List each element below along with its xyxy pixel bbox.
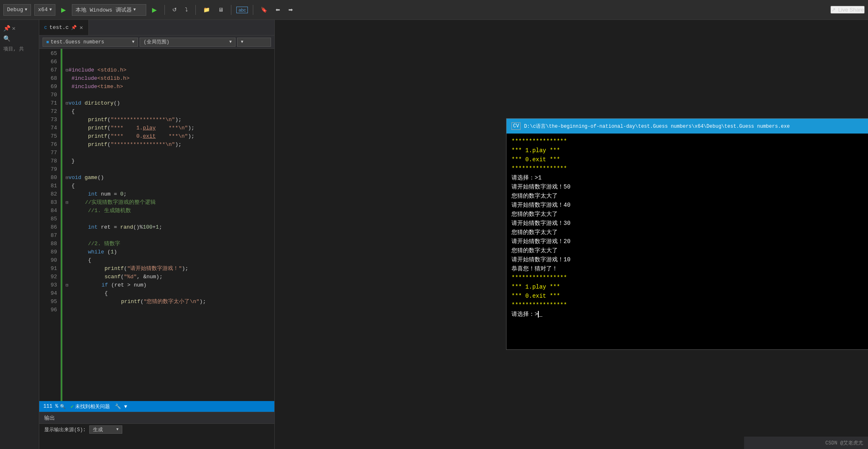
folder-btn[interactable]: 📁 [201,5,212,14]
pin-button[interactable]: 📌 [3,25,10,32]
step-over-btn[interactable]: ↺ [170,5,179,14]
fold-80[interactable]: ⊟ [66,174,69,182]
file-tab-test-c[interactable]: C test.c 📌 ✕ [39,20,89,35]
code-line-70 [66,91,274,99]
code-content[interactable]: ⊟ #include <stdio.h> #include <stdlib.h> [61,49,274,401]
include-keyword-69: #include [71,83,97,91]
void-kw-71: void [69,99,81,107]
unpin-button[interactable]: ✕ [12,25,15,32]
ln-95: 95 [39,298,57,306]
next-bookmark-btn[interactable]: ➡ [286,5,295,14]
code-line-96 [66,306,274,314]
output-chevron: ▼ [116,428,118,432]
console-window[interactable]: CV D:\c语言\the-beginning-of-national-day\… [506,118,868,350]
fold-71[interactable]: ⊟ [66,99,69,107]
scope-label: (全局范围) [143,38,169,45]
arch-dropdown[interactable]: x64 ▼ [34,4,55,16]
console-line-15: 恭喜您！猜对了！ [511,264,868,273]
scope-chevron: ▼ [229,40,232,44]
code-line-85 [66,215,274,223]
num-82: 0 [120,190,124,198]
paren-95: ( [140,298,144,306]
live-share-button[interactable]: ↗ Live Share [830,6,865,14]
ln-78: 78 [39,157,57,165]
output-source-dropdown[interactable]: 生成 ▼ [89,425,122,434]
ln-82: 82 [39,190,57,198]
tab-pin-icon: 📌 [71,25,77,30]
str-75: "*** 0.exit ***\n" [111,132,188,141]
while-close-89: ) [114,248,117,256]
console-line-14: 请开始猜数字游戏！10 [511,255,868,264]
console-line-20: 请选择：>_ [511,310,868,319]
brace-open-90: { [88,256,91,265]
console-line-13: 您猜的数字太大了 [511,246,868,255]
chevron-down-icon: ▼ [25,7,27,12]
project-text: 项目, 共 [3,46,24,52]
fold-83[interactable]: ⊟ [66,198,69,207]
code-line-82: int num = 0 ; [66,190,274,198]
code-line-79 [66,165,274,174]
console-line-12: 请开始猜数字游戏！20 [511,237,868,246]
step-into-btn[interactable]: ⤵ [183,5,190,14]
code-line-74: printf ( "*** 1.play ***\n" ); [66,124,274,132]
fold-93[interactable]: ⊟ [66,281,69,289]
left-sidebar: 📌 ✕ 🔍 项目, 共 [0,20,39,449]
output-title: 输出 [44,414,55,422]
ln-86: 86 [39,223,57,232]
code-line-93: ⊟ if (ret > num) [66,281,274,289]
wrench-btn[interactable]: 🔧 ▼ [115,404,127,410]
code-line-68: #include <stdlib.h> [66,74,274,83]
ln-76: 76 [39,141,57,149]
tab-close-button[interactable]: ✕ [79,24,83,31]
prev-bookmark-btn[interactable]: ⬅ [273,5,283,14]
ln-67: 67 [39,66,57,74]
extra-chevron: ▼ [241,40,243,44]
brace-94: { [105,289,108,298]
debug-config-dropdown[interactable]: Debug ▼ [3,4,31,16]
toolbar: Debug ▼ x64 ▼ ▶ 本地 Windows 调试器 ▼ ▶ ↺ ⤵ 📁… [0,0,868,20]
brace-open-72: { [71,107,75,116]
paren-73: ( [107,116,111,124]
run-button[interactable]: ▶ [59,5,69,15]
console-line-19: **************** [511,301,868,310]
scope-dropdown[interactable]: (全局范围) ▼ [140,38,235,47]
ln-80: 80 [39,174,57,182]
text-btn[interactable]: abc [236,7,248,13]
output-source-value: 生成 [93,426,103,433]
str-92: "%d" [124,273,137,281]
str-73: "****************\n" [111,116,175,124]
paren-86: ()% [133,223,143,232]
int-kw-82: int [88,190,98,198]
console-line-8: 请开始猜数字游戏！40 [511,201,868,210]
play-btn[interactable]: ▶ [150,5,159,15]
nav-file-icon: ■ [46,40,49,45]
checkmark-status: ✔ 未找到相关问题 [71,403,110,410]
console-line-17: *** 1.play *** [511,282,868,291]
close-95: ); [200,298,206,306]
close-73: ); [175,116,182,124]
paren-91: ( [124,265,127,273]
change-indicator-bar [61,49,62,401]
close-91: ); [182,265,188,273]
ln-92: 92 [39,273,57,281]
run-target-label: 本地 Windows 调试器 [76,6,131,14]
str-76: "****************\n" [111,141,175,149]
file-scope-dropdown[interactable]: ■ test.Guess numbers ▼ [43,38,138,47]
console-line-11: 您猜的数字太大了 [511,228,868,237]
check-icon: ✔ [71,404,74,410]
while-num-89: 1 [111,248,114,256]
bookmark-btn[interactable]: 🔖 [258,5,270,14]
sep3 [231,5,231,15]
space-86: ret = [98,223,120,232]
ln-69: 69 [39,83,57,91]
code-line-75: printf ( "*** 0.exit ***\n" ); [66,132,274,141]
run-target-dropdown[interactable]: 本地 Windows 调试器 ▼ [72,4,146,16]
extra-dropdown[interactable]: ▼ [237,38,271,47]
fold-67[interactable]: ⊟ [66,66,69,74]
code-line-72: { [66,107,274,116]
str-95: "您猜的数字太小了\n" [144,298,200,306]
monitor-btn[interactable]: 🖥 [216,5,226,14]
csdn-label: CSDN @艾老虎尤 [825,439,863,447]
console-content: **************** *** 1.play *** *** 0.ex… [507,134,868,349]
func-name-80: game [85,174,98,182]
